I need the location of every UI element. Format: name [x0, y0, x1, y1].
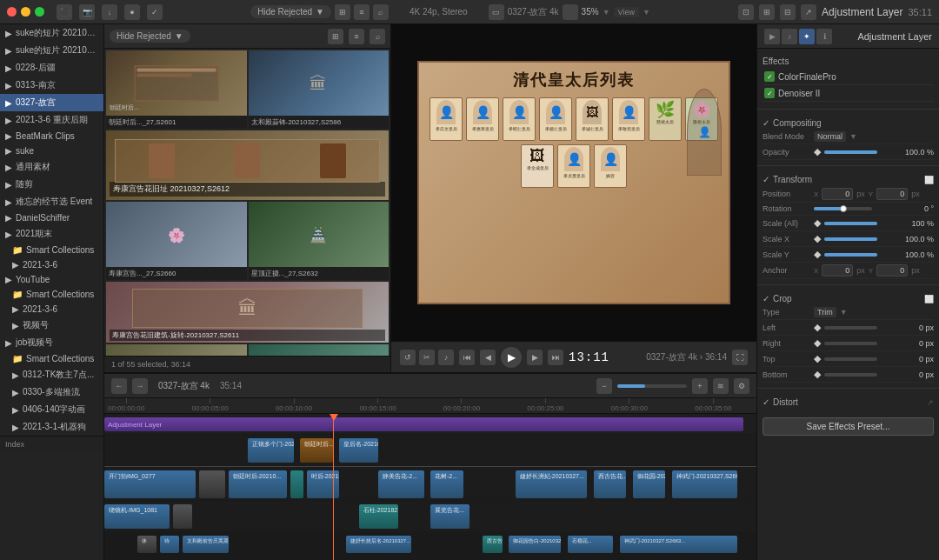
thumbnail-7[interactable]: 🌸 御花园告..._27,S2685 — [249, 344, 390, 356]
sidebar-item-7[interactable]: ▶ suke — [0, 143, 103, 158]
thumbnail-4[interactable]: 🏯 星顶正摄..._27,S2632 — [249, 202, 390, 280]
thumbnail-1[interactable]: 🏛 太和殿蒜钵-20210327,S2586 — [249, 50, 390, 129]
screen-icon[interactable]: ⊡ — [738, 4, 754, 20]
thumbnail-6[interactable]: 🌺 御花园告..._27,S2664 — [106, 344, 247, 356]
sidebar-item-youtube[interactable]: ▶ YouTube — [0, 272, 103, 287]
crop-type-value[interactable]: Trim — [814, 307, 836, 317]
sidebar-item-11[interactable]: ▶ DanielSchiffer — [0, 210, 103, 225]
scale-all-slider[interactable] — [824, 222, 877, 225]
sidebar-item-6[interactable]: ▶ BeatMark Clips — [0, 129, 103, 143]
loop-icon[interactable]: ↺ — [400, 350, 416, 365]
search-icon[interactable]: ⌕ — [373, 4, 389, 20]
export-icon[interactable]: ↗ — [801, 4, 816, 20]
download-icon[interactable]: ↓ — [102, 4, 117, 20]
clip-broll-t1[interactable] — [173, 504, 193, 529]
clip-trans-1[interactable] — [199, 470, 225, 498]
layout-icon[interactable]: ⊞ — [759, 4, 775, 20]
minimize-button[interactable] — [21, 7, 30, 17]
clip-chaoting[interactable]: 朝廷时后... — [300, 438, 333, 463]
sidebar-item-2[interactable]: ▶ 0228-后疆 — [0, 59, 103, 77]
clip-bv1[interactable]: 时后-20210... — [307, 470, 340, 498]
view-button[interactable]: View — [614, 7, 639, 17]
sidebar-item-9[interactable]: ▶ 随剪 — [0, 176, 103, 193]
thumbnail-5[interactable]: 寿康宫告花旧建筑-旋转-20210327,S2611 🏛 — [106, 282, 389, 343]
clip-mid[interactable] — [290, 470, 303, 498]
timeline-zoom-in[interactable]: + — [692, 378, 708, 394]
effect-checkbox-2[interactable]: ✓ — [764, 88, 775, 98]
clip-cap-shiwu[interactable]: 石榴花... — [568, 536, 614, 553]
clip-cap-2[interactable]: 待 — [160, 536, 180, 553]
zoom-icon[interactable] — [563, 4, 578, 20]
crop-top-slider[interactable] — [824, 357, 877, 361]
sidebar-item-8[interactable]: ▶ 通用素材 — [0, 158, 103, 176]
prev-frame-icon[interactable]: ◀ — [480, 350, 496, 365]
opacity-slider[interactable] — [824, 150, 877, 154]
clip-bjing[interactable]: 绕镜机-IMG_1081 — [104, 504, 170, 529]
sidebar-item-robot[interactable]: ▶ 2021-3-1-机器狗 — [0, 418, 103, 436]
go-start-icon[interactable]: ⏮ — [459, 350, 475, 365]
clip-open-gate[interactable]: 开门拍IMG_0277 — [104, 470, 196, 498]
thumbnail-0[interactable]: 朝廷时后... 朝廷时后..._27,S2601 — [106, 50, 247, 129]
clip-zhanmei[interactable]: 展览告花... — [430, 504, 470, 529]
clip-xiguhua[interactable]: 西古告花... — [594, 470, 627, 498]
scale-y-slider[interactable] — [824, 253, 877, 257]
rotation-slider[interactable] — [814, 207, 872, 210]
go-end-icon[interactable]: ⏭ — [548, 350, 563, 365]
sidebar-item-job[interactable]: ▶ job视频号 — [0, 334, 103, 351]
sidebar-item-2021-3-6[interactable]: ▶ 2021-3-6 — [0, 257, 103, 272]
timeline-settings-icon[interactable]: ⚙ — [734, 378, 749, 394]
clip-huahua[interactable]: 花树-2... — [430, 470, 463, 498]
clip-zhengmen[interactable]: 正镜多个门-2021... — [248, 438, 294, 463]
clip-cap-taihe[interactable]: 太和殿前告庄蒿菜-20210327... — [183, 536, 229, 553]
crop-right-slider[interactable] — [824, 342, 877, 345]
sidebar-item-0[interactable]: ▶ suke的短片 2021030... — [0, 24, 103, 42]
layout2-icon[interactable]: ⊟ — [780, 4, 796, 20]
sidebar-item-0312[interactable]: ▶ 0312-TK教主7点... — [0, 366, 103, 383]
scale-x-slider[interactable] — [824, 237, 877, 241]
fullscreen-icon[interactable]: ⛶ — [732, 350, 748, 365]
anchor-y-input[interactable] — [876, 264, 908, 277]
clip-shizhu[interactable]: 石柱-202182... — [359, 504, 398, 529]
clip-chaoting-2[interactable]: 朝廷时后-20210... — [229, 470, 288, 498]
blend-mode-value[interactable]: Normal — [814, 131, 846, 142]
browser-filter[interactable]: Hide Rejected ▼ — [110, 30, 190, 43]
clip-cap-last[interactable]: 神武门-20210327.S2663... — [620, 536, 737, 553]
timeline-back-icon[interactable]: ← — [111, 378, 127, 394]
timeline-fwd-icon[interactable]: → — [132, 378, 148, 394]
check-icon[interactable]: ✓ — [147, 4, 163, 20]
hide-rejected-label[interactable]: Hide Rejected ▼ — [250, 5, 331, 18]
sidebar-item-smart3[interactable]: 📁 Smart Collections — [0, 351, 103, 366]
timeline-zoom-out[interactable]: − — [596, 378, 612, 394]
clip-cap-4[interactable]: 西古告... — [483, 536, 503, 553]
index-tab[interactable]: Index — [5, 440, 24, 449]
sidebar-item-smart2[interactable]: 📁 Smart Collections — [0, 287, 103, 302]
sidebar-item-5[interactable]: ▶ 2021-3-6 重庆后期 — [0, 111, 103, 129]
sidebar-item-video-channel[interactable]: ▶ 视频号 — [0, 317, 103, 334]
sidebar-item-smart1[interactable]: 📁 Smart Collections — [0, 243, 103, 257]
info-tab[interactable]: ℹ — [816, 29, 832, 44]
sidebar-item-10[interactable]: ▶ 难忘的经节选 Event — [0, 193, 103, 210]
clip-cap-yuhua[interactable]: 御花园告白-20210327.S2664 — [509, 536, 561, 553]
sidebar-item-12[interactable]: ▶ 2021期末 — [0, 225, 103, 243]
effects-tab[interactable]: ✦ — [799, 29, 815, 44]
position-x-input[interactable] — [822, 188, 853, 200]
thumbnail-3[interactable]: 🌸 寿康宫告..._27,S2660 — [106, 202, 247, 280]
anchor-x-input[interactable] — [822, 264, 853, 277]
sidebar-item-2021-3-6b[interactable]: ▶ 2021-3-6 — [0, 302, 103, 317]
clip-changzhoufei[interactable]: 婕妤长洲妃-20210327... — [516, 470, 588, 498]
audio-tab[interactable]: ♪ — [782, 29, 797, 44]
playhead[interactable] — [333, 414, 334, 560]
sidebar-item-0330[interactable]: ▶ 0330-多端推流 — [0, 383, 103, 401]
timeline-tracks[interactable]: Adjustment Layer 正镜多个门-2021... 朝廷时后... 皇… — [104, 414, 756, 560]
library-icon[interactable]: ⬛ — [57, 4, 72, 20]
clip-cap-3[interactable]: 婕妤长慈后名-20210327... — [346, 536, 411, 553]
save-preset-button[interactable]: Save Effects Preset... — [763, 417, 934, 436]
clip-cap-suke[interactable]: 休 — [137, 536, 157, 553]
crop-bottom-slider[interactable] — [824, 373, 877, 377]
video-tab[interactable]: ▶ — [764, 29, 780, 44]
audio-icon[interactable]: ♪ — [438, 350, 454, 365]
effect-checkbox-1[interactable]: ✓ — [764, 71, 775, 82]
grid-view-icon[interactable]: ⊞ — [335, 4, 350, 20]
sidebar-item-4[interactable]: ▶ 0327-故宫 — [0, 94, 103, 111]
grid-icon[interactable]: ⊞ — [328, 29, 343, 44]
